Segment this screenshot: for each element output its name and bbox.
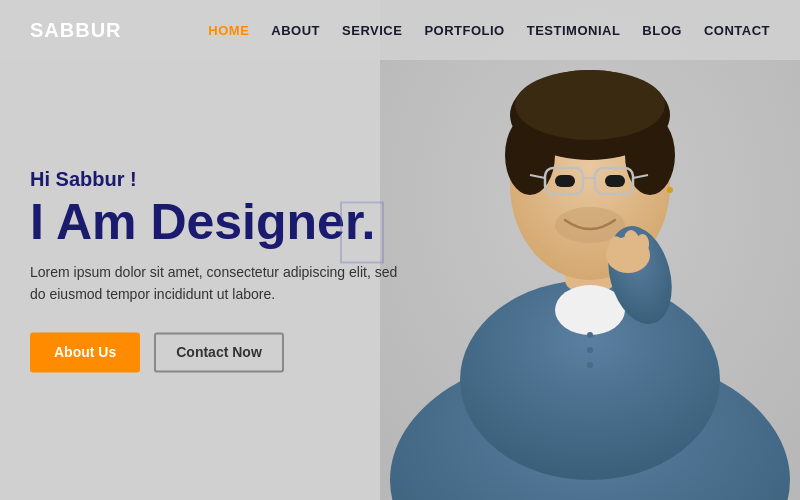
hero-buttons: About Us Contact Now [30,332,400,372]
svg-rect-10 [605,175,625,187]
hero-image [380,0,800,500]
svg-point-16 [667,187,673,193]
svg-point-21 [587,362,593,368]
svg-rect-9 [555,175,575,187]
about-us-button[interactable]: About Us [30,332,140,372]
nav-about[interactable]: ABOUT [271,23,320,38]
hero-description: Lorem ipsum dolor sit amet, consectetur … [30,261,400,306]
brand-name: SABBUR [30,19,122,42]
nav-service[interactable]: SERVICE [342,23,402,38]
navbar: SABBUR HOME ABOUT SERVICE PORTFOLIO TEST… [0,0,800,60]
nav-contact[interactable]: CONTACT [704,23,770,38]
svg-point-8 [515,70,665,140]
hero-subtitle: Hi Sabbur ! [30,168,400,191]
hero-title-highlight: Designer. [150,194,375,250]
svg-point-20 [587,347,593,353]
hero-content: Hi Sabbur ! I Am Designer. Lorem ipsum d… [30,168,400,372]
nav-testimonial[interactable]: TESTIMONIAL [527,23,621,38]
hero-title: I Am Designer. [30,197,376,247]
hero-section: SABBUR HOME ABOUT SERVICE PORTFOLIO TEST… [0,0,800,500]
hero-title-prefix: I Am [30,194,150,250]
nav-home[interactable]: HOME [208,23,249,38]
nav-blog[interactable]: BLOG [642,23,682,38]
svg-point-19 [587,332,593,338]
nav-links: HOME ABOUT SERVICE PORTFOLIO TESTIMONIAL… [208,23,770,38]
contact-now-button[interactable]: Contact Now [154,332,284,372]
nav-portfolio[interactable]: PORTFOLIO [424,23,504,38]
